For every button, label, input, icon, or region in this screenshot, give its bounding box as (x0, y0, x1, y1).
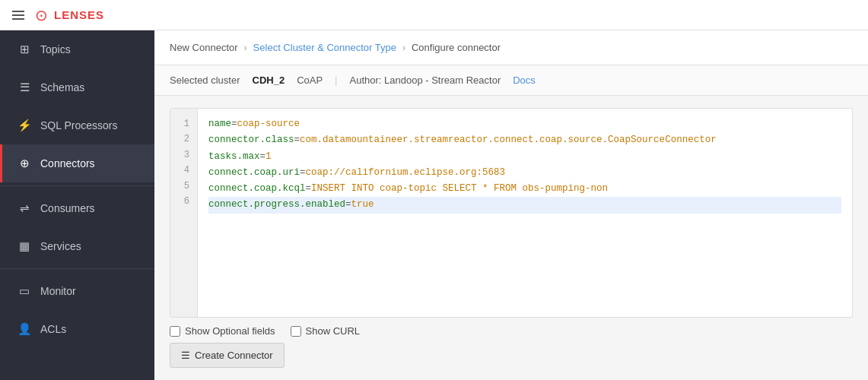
consumers-icon: ⇌ (17, 201, 31, 215)
code-editor[interactable]: 1 2 3 4 5 6 name=coap-source connector.c… (170, 108, 853, 318)
monitor-icon: ▭ (17, 284, 31, 298)
sidebar-label-acls: ACLs (40, 323, 66, 335)
show-curl-checkbox[interactable] (291, 326, 301, 337)
cluster-name: CDH_2 (253, 74, 285, 86)
line-num-4: 4 (184, 163, 189, 178)
sidebar-label-sql-processors: SQL Processors (40, 119, 117, 131)
breadcrumb-new-connector: New Connector (170, 42, 238, 53)
sidebar-label-topics: Topics (40, 43, 71, 55)
editor-area: 1 2 3 4 5 6 name=coap-source connector.c… (154, 96, 868, 380)
breadcrumb-select-cluster[interactable]: Select Cluster & Connector Type (253, 42, 396, 53)
app-logo: ⊙ LENSES (35, 6, 104, 24)
code-lines[interactable]: name=coap-source connector.class=com.dat… (198, 109, 852, 317)
create-connector-area: ☰ Create Connector (170, 343, 853, 368)
show-curl-text: Show CURL (306, 325, 361, 337)
sidebar-item-sql-processors[interactable]: ⚡ SQL Processors (0, 106, 154, 144)
code-line-6: connect.progress.enabled=true (208, 197, 841, 213)
sidebar-label-monitor: Monitor (40, 285, 76, 297)
docs-link[interactable]: Docs (513, 74, 536, 86)
line-num-6: 6 (184, 194, 189, 209)
create-btn-label: Create Connector (195, 350, 273, 361)
sidebar-item-acls[interactable]: 👤 ACLs (0, 310, 154, 348)
schemas-icon: ☰ (17, 81, 31, 94)
content-area: New Connector › Select Cluster & Connect… (154, 30, 868, 380)
sql-processors-icon: ⚡ (17, 119, 31, 132)
breadcrumb: New Connector › Select Cluster & Connect… (154, 30, 868, 65)
sidebar-item-connectors[interactable]: ⊕ Connectors (0, 144, 154, 182)
line-num-3: 3 (184, 147, 189, 163)
sidebar-label-services: Services (40, 240, 81, 252)
bottom-controls: Show Optional fields Show CURL (170, 318, 853, 343)
connectors-icon: ⊕ (17, 157, 31, 170)
sidebar: ⊞ Topics ☰ Schemas ⚡ SQL Processors ⊕ Co… (0, 30, 154, 380)
sidebar-item-schemas[interactable]: ☰ Schemas (0, 68, 154, 106)
show-optional-checkbox[interactable] (170, 326, 180, 337)
code-line-4: connect.coap.uri=coap://californium.ecli… (208, 165, 841, 181)
sidebar-divider-1 (0, 185, 154, 186)
hamburger-menu[interactable] (12, 11, 24, 20)
acls-icon: 👤 (17, 322, 31, 336)
connector-type-badge: CoAP (297, 74, 323, 86)
line-num-2: 2 (184, 131, 189, 147)
show-optional-text: Show Optional fields (185, 325, 275, 337)
cluster-bar-sep: | (335, 74, 337, 86)
sidebar-item-consumers[interactable]: ⇌ Consumers (0, 189, 154, 227)
line-num-1: 1 (184, 116, 189, 131)
sidebar-item-monitor[interactable]: ▭ Monitor (0, 272, 154, 310)
logo-text: LENSES (54, 8, 104, 21)
sidebar-item-topics[interactable]: ⊞ Topics (0, 30, 154, 68)
top-bar: ⊙ LENSES (0, 0, 868, 30)
line-numbers: 1 2 3 4 5 6 (170, 109, 198, 317)
cluster-bar: Selected cluster CDH_2 CoAP | Author: La… (154, 65, 868, 96)
selected-cluster-label: Selected cluster (170, 74, 240, 86)
topics-icon: ⊞ (17, 43, 31, 56)
breadcrumb-sep-2: › (402, 43, 405, 53)
code-line-2: connector.class=com.datamountaineer.stre… (208, 132, 841, 148)
breadcrumb-configure: Configure connector (412, 42, 501, 53)
sidebar-divider-2 (0, 268, 154, 269)
main-layout: ⊞ Topics ☰ Schemas ⚡ SQL Processors ⊕ Co… (0, 30, 868, 380)
create-connector-button[interactable]: ☰ Create Connector (170, 343, 285, 368)
author-text: Author: Landoop - Stream Reactor (349, 74, 501, 86)
create-btn-icon: ☰ (181, 350, 190, 361)
code-line-3: tasks.max=1 (208, 149, 841, 165)
logo-icon: ⊙ (35, 6, 48, 24)
sidebar-item-services[interactable]: ▦ Services (0, 227, 154, 265)
line-num-5: 5 (184, 179, 189, 194)
code-line-1: name=coap-source (208, 116, 841, 132)
show-optional-label[interactable]: Show Optional fields (170, 325, 275, 337)
code-line-5: connect.coap.kcql=INSERT INTO coap-topic… (208, 181, 841, 197)
sidebar-label-consumers: Consumers (40, 202, 95, 214)
sidebar-label-schemas: Schemas (40, 81, 84, 93)
sidebar-label-connectors: Connectors (40, 157, 95, 169)
show-curl-label[interactable]: Show CURL (291, 325, 361, 337)
services-icon: ▦ (17, 239, 31, 253)
breadcrumb-sep-1: › (244, 43, 247, 53)
